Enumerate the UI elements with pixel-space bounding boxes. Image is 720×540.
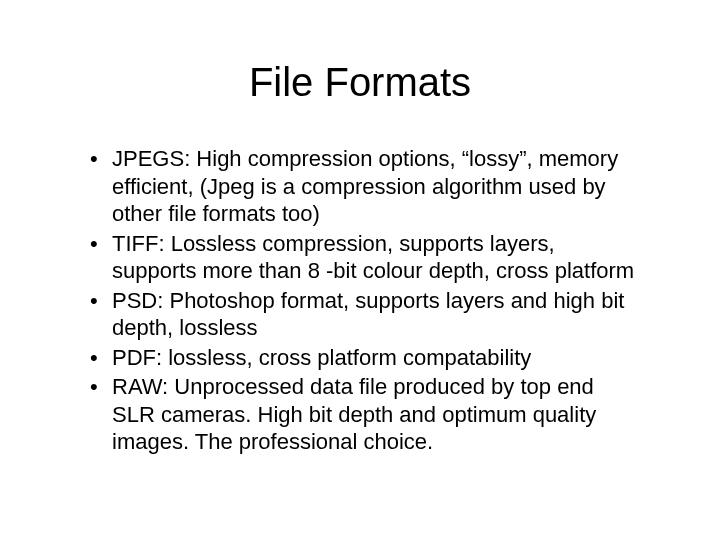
list-item: PSD: Photoshop format, supports layers a… [90, 287, 640, 342]
bullet-list: JPEGS: High compression options, “lossy”… [60, 145, 660, 456]
list-item: JPEGS: High compression options, “lossy”… [90, 145, 640, 228]
slide-title: File Formats [60, 60, 660, 105]
slide: File Formats JPEGS: High compression opt… [0, 0, 720, 540]
list-item: PDF: lossless, cross platform compatabil… [90, 344, 640, 372]
list-item: RAW: Unprocessed data file produced by t… [90, 373, 640, 456]
list-item: TIFF: Lossless compression, supports lay… [90, 230, 640, 285]
